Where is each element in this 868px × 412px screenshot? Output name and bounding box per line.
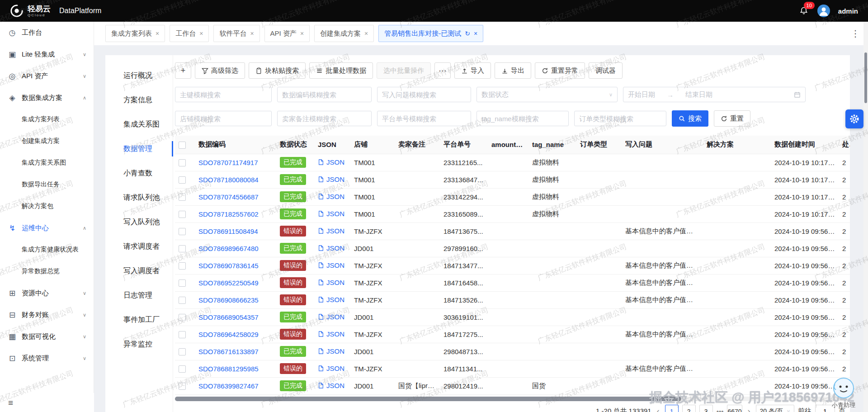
data-code-link[interactable]: SDO786911508494	[198, 227, 258, 235]
order-type-input[interactable]	[574, 111, 666, 126]
batch-process-button[interactable]: 批量处理数据	[309, 62, 373, 79]
json-link[interactable]: JSON	[318, 365, 344, 372]
row-checkbox[interactable]	[179, 348, 186, 355]
data-code-link[interactable]: SDO786716133897	[198, 348, 259, 355]
subnav-item-8[interactable]: 写入调度者	[105, 259, 173, 283]
json-link[interactable]: JSON	[318, 347, 344, 355]
tab-1[interactable]: 工作台×	[170, 25, 209, 42]
row-checkbox[interactable]	[179, 211, 186, 218]
tab-refresh-icon[interactable]: ↻	[465, 30, 470, 37]
subnav-item-3[interactable]: 数据管理	[105, 137, 173, 161]
sidebar-item-3[interactable]: ◈数据集成方案∧	[0, 87, 94, 109]
row-checkbox[interactable]	[179, 159, 186, 166]
platform-no-input[interactable]	[377, 111, 471, 126]
json-link[interactable]: JSON	[318, 296, 344, 303]
collapse-sidebar-icon[interactable]: ≡	[8, 398, 13, 407]
notifications-button[interactable]: 10	[798, 5, 809, 16]
sidebar-item-1[interactable]: ▣Lite 轻集成∨	[0, 43, 94, 65]
json-link[interactable]: JSON	[318, 227, 344, 235]
data-code-link[interactable]: SDO787180080084	[198, 176, 259, 184]
data-code-link[interactable]: SDO786952250549	[198, 279, 259, 287]
data-code-link[interactable]: SDO786399827467	[198, 382, 259, 390]
tab-4[interactable]: 创建集成方案×	[314, 25, 374, 42]
sidebar-item-4[interactable]: ↯运维中心∧	[0, 217, 94, 239]
settings-button[interactable]	[845, 109, 863, 128]
sidebar-subitem[interactable]: 解决方案包	[0, 195, 94, 217]
horizontal-scrollbar-thumb[interactable]	[175, 397, 681, 401]
json-link[interactable]: JSON	[318, 210, 344, 218]
tab-more-icon[interactable]: ⋮	[851, 28, 860, 39]
subnav-item-0[interactable]: 运行概况	[105, 63, 173, 88]
sidebar-subitem[interactable]: 数据导出任务	[0, 174, 94, 195]
row-checkbox[interactable]	[179, 176, 186, 184]
tab-close-icon[interactable]: ×	[156, 30, 159, 37]
subnav-item-4[interactable]: 小青查数	[105, 161, 173, 185]
subnav-item-2[interactable]: 集成关系图	[105, 112, 173, 137]
data-status-select[interactable]: 数据状态∨	[476, 87, 618, 102]
json-link[interactable]: JSON	[318, 175, 344, 183]
data-code-link[interactable]: SDO786964258029	[198, 331, 259, 338]
debugger-button[interactable]: 调试器	[589, 62, 623, 79]
subnav-item-7[interactable]: 请求调度者	[105, 234, 173, 259]
sidebar-subitem[interactable]: 集成方案关系图	[0, 152, 94, 174]
sidebar-item-7[interactable]: ▦数据可视化∨	[0, 326, 94, 347]
row-checkbox[interactable]	[179, 297, 186, 304]
tab-close-icon[interactable]: ×	[300, 30, 304, 37]
data-code-link[interactable]: SDO786907836145	[198, 262, 259, 270]
json-link[interactable]: JSON	[318, 330, 344, 338]
tab-close-icon[interactable]: ×	[199, 30, 203, 37]
data-code-link[interactable]: SDO786989667480	[198, 245, 259, 252]
data-code-link[interactable]: SDO787071174917	[198, 159, 258, 166]
json-link[interactable]: JSON	[318, 261, 344, 269]
subnav-item-10[interactable]: 事件加工厂	[105, 308, 173, 332]
vertical-scrollbar-thumb[interactable]	[864, 52, 867, 103]
data-code-link[interactable]: SDO786689054357	[198, 313, 259, 321]
row-checkbox[interactable]	[179, 262, 186, 270]
prev-page-button[interactable]: ‹	[655, 407, 661, 412]
data-code-link[interactable]: SDO786908666235	[198, 296, 259, 304]
subnav-item-1[interactable]: 方案信息	[105, 88, 173, 112]
shop-input[interactable]	[175, 111, 272, 126]
row-checkbox[interactable]	[179, 383, 186, 390]
json-link[interactable]: JSON	[318, 279, 344, 286]
add-button[interactable]: +	[175, 62, 191, 79]
sidebar-subitem[interactable]: 集成方案健康状况表	[0, 239, 94, 260]
row-checkbox[interactable]	[179, 194, 186, 201]
row-checkbox[interactable]	[179, 365, 186, 373]
tab-0[interactable]: 集成方案列表×	[105, 25, 165, 42]
primary-key-input[interactable]	[175, 87, 272, 102]
username[interactable]: admin	[838, 7, 858, 15]
row-checkbox[interactable]	[179, 331, 186, 338]
tab-close-icon[interactable]: ×	[364, 30, 368, 37]
more-actions-button[interactable]: ···	[434, 62, 451, 79]
data-code-link[interactable]: SDO787074556687	[198, 193, 259, 201]
tab-close-icon[interactable]: ×	[250, 30, 254, 37]
data-code-link[interactable]: SDO787182557602	[198, 210, 259, 218]
json-link[interactable]: JSON	[318, 158, 344, 166]
row-checkbox[interactable]	[179, 279, 186, 287]
data-code-input[interactable]	[277, 87, 372, 102]
advanced-filter-button[interactable]: 高级筛选	[195, 62, 245, 79]
next-page-button[interactable]: ›	[746, 407, 752, 412]
row-checkbox[interactable]	[179, 314, 186, 321]
import-button[interactable]: 导入	[454, 62, 491, 79]
page-button-2[interactable]: 2	[682, 405, 696, 412]
sidebar-subitem[interactable]: 集成方案列表	[0, 109, 94, 130]
subnav-item-9[interactable]: 日志管理	[105, 283, 173, 308]
subnav-item-6[interactable]: 写入队列池	[105, 210, 173, 234]
sidebar-item-5[interactable]: ⊞资源中心∨	[0, 282, 94, 304]
sidebar-item-0[interactable]: ◷工作台	[0, 22, 94, 43]
json-link[interactable]: JSON	[318, 244, 344, 252]
json-link[interactable]: JSON	[318, 193, 344, 200]
export-button[interactable]: 导出	[495, 62, 531, 79]
row-checkbox[interactable]	[179, 245, 186, 252]
page-button-3[interactable]: 3	[699, 405, 713, 412]
sidebar-item-2[interactable]: ◎API 资产∨	[0, 65, 94, 87]
sidebar-item-6[interactable]: ⊟财务对账∨	[0, 304, 94, 326]
data-code-link[interactable]: SDO786881295985	[198, 365, 259, 373]
sidebar-subitem[interactable]: 创建集成方案	[0, 130, 94, 152]
tab-3[interactable]: API 资产×	[264, 25, 310, 42]
tab-2[interactable]: 软件平台×	[213, 25, 259, 42]
tab-close-icon[interactable]: ×	[474, 30, 477, 37]
reset-errors-button[interactable]: 重置异常	[535, 62, 585, 79]
